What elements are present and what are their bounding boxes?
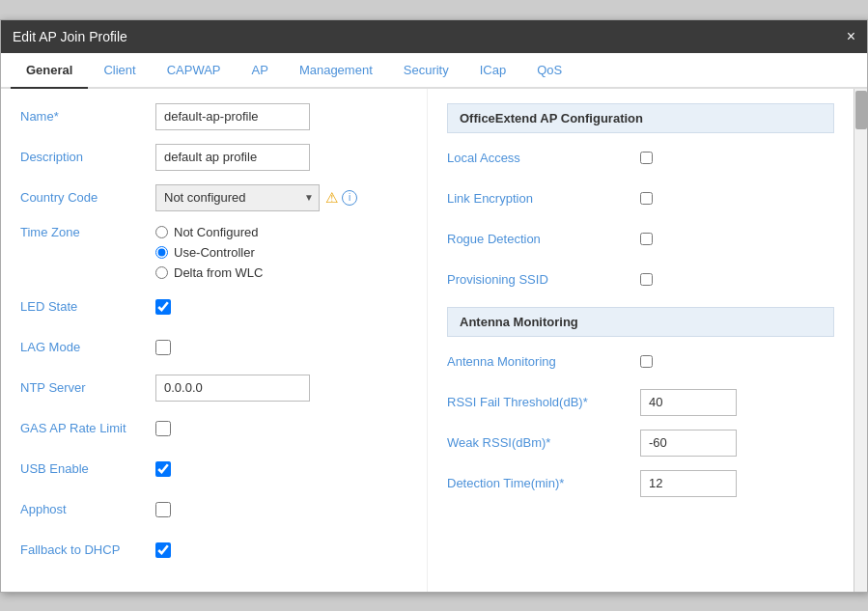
local-access-label: Local Access xyxy=(447,151,640,165)
lag-mode-checkbox-wrapper xyxy=(155,340,171,355)
country-code-row: Country Code Not configured ▼ ⚠ i xyxy=(20,184,407,211)
tab-capwap[interactable]: CAPWAP xyxy=(152,53,237,89)
led-state-row: LED State xyxy=(20,293,407,320)
modal-header: Edit AP Join Profile × xyxy=(1,20,867,53)
antenna-monitoring-checkbox[interactable] xyxy=(640,355,653,368)
lag-mode-row: LAG Mode xyxy=(20,334,407,361)
right-panel: OfficeExtend AP Configuration Local Acce… xyxy=(428,89,854,592)
modal-body: Name* Description Country Code Not confi… xyxy=(1,89,867,592)
weak-rssi-label: Weak RSSI(dBm)* xyxy=(447,435,640,450)
time-zone-not-configured[interactable]: Not Configured xyxy=(155,225,263,239)
country-code-label: Country Code xyxy=(20,190,155,205)
lag-mode-checkbox[interactable] xyxy=(155,340,171,355)
tab-bar: General Client CAPWAP AP Management Secu… xyxy=(1,53,867,89)
link-encryption-row: Link Encryption xyxy=(447,185,834,212)
link-encryption-label: Link Encryption xyxy=(447,191,640,206)
time-zone-use-controller-radio[interactable] xyxy=(155,246,168,259)
led-state-checkbox-wrapper xyxy=(155,299,171,315)
tab-client[interactable]: Client xyxy=(88,53,151,89)
time-zone-delta-from-wlc[interactable]: Delta from WLC xyxy=(155,265,263,280)
time-zone-use-controller-label: Use-Controller xyxy=(174,245,255,260)
gas-ap-rate-limit-row: GAS AP Rate Limit xyxy=(20,415,407,442)
usb-enable-checkbox[interactable] xyxy=(155,461,171,477)
warning-icon: ⚠ xyxy=(325,189,338,207)
rssi-fail-threshold-row: RSSI Fail Threshold(dB)* xyxy=(447,389,834,416)
provisioning-ssid-checkbox[interactable] xyxy=(640,273,653,286)
fallback-to-dhcp-checkbox-wrapper xyxy=(155,542,171,558)
rssi-fail-threshold-input[interactable] xyxy=(640,389,737,416)
led-state-label: LED State xyxy=(20,299,155,314)
modal-close-button[interactable]: × xyxy=(847,28,855,45)
apphost-checkbox[interactable] xyxy=(155,502,171,517)
gas-ap-rate-limit-checkbox-wrapper xyxy=(155,421,171,436)
tab-general[interactable]: General xyxy=(11,53,88,89)
modal-title: Edit AP Join Profile xyxy=(13,29,127,44)
provisioning-ssid-label: Provisioning SSID xyxy=(447,272,640,287)
left-panel: Name* Description Country Code Not confi… xyxy=(1,89,428,592)
scroll-thumb[interactable] xyxy=(855,91,867,129)
office-extend-header: OfficeExtend AP Configuration xyxy=(447,103,834,133)
description-input[interactable] xyxy=(155,144,310,171)
apphost-row: Apphost xyxy=(20,496,407,523)
tab-qos[interactable]: QoS xyxy=(521,53,577,89)
link-encryption-checkbox[interactable] xyxy=(640,192,653,205)
tab-ap[interactable]: AP xyxy=(237,53,284,89)
rogue-detection-label: Rogue Detection xyxy=(447,232,640,246)
time-zone-not-configured-label: Not Configured xyxy=(174,225,258,239)
weak-rssi-input[interactable] xyxy=(640,430,737,457)
usb-enable-label: USB Enable xyxy=(20,461,155,476)
weak-rssi-row: Weak RSSI(dBm)* xyxy=(447,430,834,457)
time-zone-not-configured-radio[interactable] xyxy=(155,226,168,238)
antenna-monitoring-row: Antenna Monitoring xyxy=(447,348,834,375)
rssi-fail-threshold-label: RSSI Fail Threshold(dB)* xyxy=(447,395,640,409)
antenna-monitoring-label: Antenna Monitoring xyxy=(447,354,640,369)
info-icon[interactable]: i xyxy=(342,190,357,206)
lag-mode-label: LAG Mode xyxy=(20,340,155,354)
name-row: Name* xyxy=(20,103,407,130)
ntp-server-input[interactable] xyxy=(155,375,310,402)
fallback-to-dhcp-row: Fallback to DHCP xyxy=(20,537,407,564)
usb-enable-checkbox-wrapper xyxy=(155,461,171,477)
detection-time-row: Detection Time(min)* xyxy=(447,470,834,497)
time-zone-radio-group: Not Configured Use-Controller Delta from… xyxy=(155,225,263,280)
local-access-checkbox[interactable] xyxy=(640,152,653,164)
apphost-checkbox-wrapper xyxy=(155,502,171,517)
modal-container: Edit AP Join Profile × General Client CA… xyxy=(0,19,868,593)
rogue-detection-row: Rogue Detection xyxy=(447,226,834,253)
time-zone-row: Time Zone Not Configured Use-Controller xyxy=(20,225,407,280)
antenna-monitoring-header: Antenna Monitoring xyxy=(447,307,834,337)
provisioning-ssid-row: Provisioning SSID xyxy=(447,266,834,293)
usb-enable-row: USB Enable xyxy=(20,456,407,483)
gas-ap-rate-limit-label: GAS AP Rate Limit xyxy=(20,421,155,435)
local-access-row: Local Access xyxy=(447,145,834,172)
name-label: Name* xyxy=(20,109,155,124)
fallback-to-dhcp-label: Fallback to DHCP xyxy=(20,542,155,557)
description-row: Description xyxy=(20,144,407,171)
detection-time-label: Detection Time(min)* xyxy=(447,476,640,490)
apphost-label: Apphost xyxy=(20,502,155,516)
tab-security[interactable]: Security xyxy=(388,53,464,89)
ntp-server-label: NTP Server xyxy=(20,380,155,395)
time-zone-use-controller[interactable]: Use-Controller xyxy=(155,245,263,260)
country-code-select[interactable]: Not configured xyxy=(155,184,320,211)
time-zone-label: Time Zone xyxy=(20,225,155,239)
scrollbar[interactable] xyxy=(854,89,867,592)
time-zone-delta-label: Delta from WLC xyxy=(174,265,263,280)
time-zone-delta-radio[interactable] xyxy=(155,266,168,279)
name-input[interactable] xyxy=(155,103,310,130)
detection-time-input[interactable] xyxy=(640,470,737,497)
led-state-checkbox[interactable] xyxy=(155,299,171,315)
description-label: Description xyxy=(20,150,155,164)
tab-management[interactable]: Management xyxy=(284,53,388,89)
gas-ap-rate-limit-checkbox[interactable] xyxy=(155,421,171,436)
country-code-select-wrapper: Not configured ▼ xyxy=(155,184,320,211)
rogue-detection-checkbox[interactable] xyxy=(640,233,653,245)
ntp-server-row: NTP Server xyxy=(20,375,407,402)
fallback-to-dhcp-checkbox[interactable] xyxy=(155,542,171,558)
tab-icap[interactable]: ICap xyxy=(464,53,521,89)
